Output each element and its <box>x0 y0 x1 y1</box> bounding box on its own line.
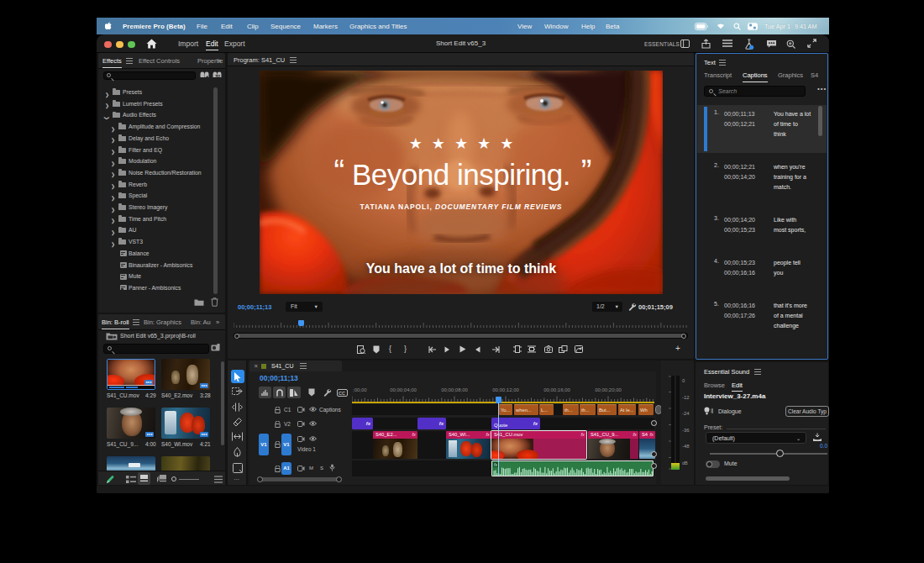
svg-text:CC: CC <box>339 391 345 396</box>
svg-text:32: 32 <box>215 74 220 79</box>
